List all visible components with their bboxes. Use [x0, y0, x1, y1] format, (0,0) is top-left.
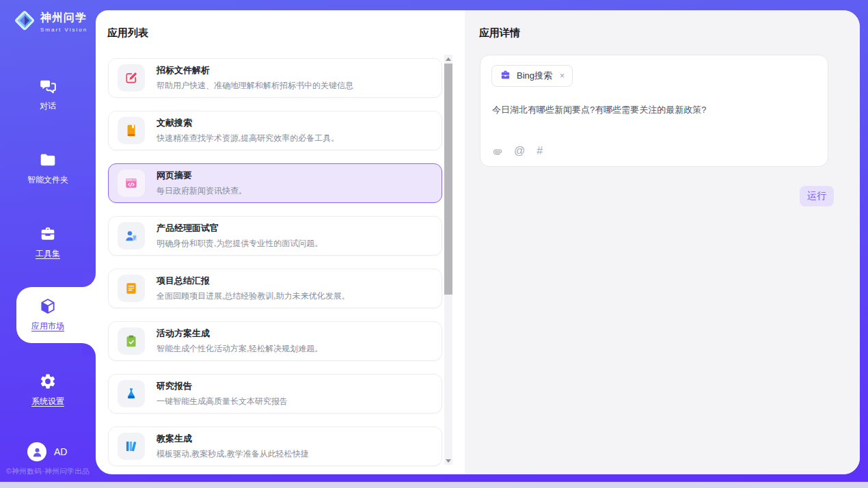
- app-card-0[interactable]: 招标文件解析帮助用户快速、准确地理解和解析招标书中的关键信息: [108, 58, 442, 98]
- sidebar: 神州问学 Smart Vision 对话智能文件夹工具集应用市场系统设置 AD …: [0, 0, 96, 482]
- app-card-description: 一键智能生成高质量长文本研究报告: [157, 396, 288, 407]
- sidebar-item-0[interactable]: 对话: [0, 68, 96, 112]
- user-name: AD: [54, 446, 67, 457]
- composer-toolbar: @#: [492, 145, 543, 157]
- sidebar-item-label: 工具集: [36, 248, 60, 260]
- sidebar-item-label: 对话: [40, 100, 56, 112]
- app-card-description: 智能生成个性化活动方案,轻松解决规划难题。: [157, 343, 323, 355]
- scrollbar-thumb[interactable]: [444, 64, 452, 295]
- user-avatar-icon: [27, 442, 46, 461]
- mention-icon[interactable]: @: [514, 145, 525, 157]
- app-card-1[interactable]: 文献搜索快速精准查找学术资源,提高研究效率的必备工具。: [108, 111, 442, 150]
- app-card-description: 明确身份和职责,为您提供专业性的面试问题。: [157, 238, 323, 249]
- scrollbar[interactable]: [444, 55, 452, 465]
- hash-icon[interactable]: #: [537, 145, 543, 157]
- briefcase-icon: [500, 69, 511, 83]
- app-card-7[interactable]: 教案生成模板驱动,教案秒成,教学准备从此轻松快捷: [108, 426, 442, 466]
- diamond-logo-icon: [12, 8, 37, 36]
- app-card-description: 帮助用户快速、准确地理解和解析招标书中的关键信息: [157, 80, 353, 92]
- app-detail-panel: 应用详情 Bing搜索 × 今日湖北有哪些新闻要点?有哪些需要关注的最新政策? …: [465, 10, 860, 474]
- app-list-panel: 应用列表 招标文件解析帮助用户快速、准确地理解和解析招标书中的关键信息文献搜索快…: [96, 10, 465, 474]
- tool-tag-label: Bing搜索: [517, 70, 552, 82]
- flask-icon: [118, 380, 145, 407]
- books-icon: [118, 433, 145, 460]
- main-content: 应用列表 招标文件解析帮助用户快速、准确地理解和解析招标书中的关键信息文献搜索快…: [96, 10, 860, 474]
- app-card-5[interactable]: 活动方案生成智能生成个性化活动方案,轻松解决规划难题。: [108, 321, 442, 361]
- app-card-title: 教案生成: [157, 433, 309, 445]
- user-row[interactable]: AD: [0, 442, 96, 461]
- app-card-description: 每日政府新闻资讯快查。: [157, 185, 247, 197]
- run-button[interactable]: 运行: [800, 186, 834, 206]
- brand-name: 神州问学: [40, 11, 87, 25]
- app-card-description: 快速精准查找学术资源,提高研究效率的必备工具。: [157, 133, 339, 144]
- app-frame: 神州问学 Smart Vision 对话智能文件夹工具集应用市场系统设置 AD …: [0, 0, 868, 482]
- scroll-up-arrow-icon[interactable]: [444, 55, 452, 63]
- browser-code-icon: [118, 170, 145, 197]
- toolbox-icon: [39, 225, 57, 243]
- sidebar-item-2[interactable]: 工具集: [0, 216, 96, 260]
- attachment-icon[interactable]: [492, 146, 502, 157]
- cube-icon: [39, 297, 57, 315]
- sidebar-item-3[interactable]: 应用市场: [16, 287, 96, 343]
- active-item-bottom-curve: [82, 343, 96, 357]
- app-card-6[interactable]: 研究报告一键智能生成高质量长文本研究报告: [108, 374, 442, 414]
- interviewer-icon: [118, 222, 145, 249]
- sidebar-item-label: 智能文件夹: [27, 174, 68, 186]
- app-card-title: 网页摘要: [157, 170, 247, 182]
- app-card-description: 模板驱动,教案秒成,教学准备从此轻松快捷: [157, 448, 309, 460]
- active-item-top-curve: [82, 273, 96, 287]
- sidebar-item-4[interactable]: 系统设置: [0, 364, 96, 407]
- app-card-title: 研究报告: [157, 380, 288, 392]
- copyright-footer: ©神州数码·神州问学出品: [6, 467, 90, 476]
- brand: 神州问学 Smart Vision: [12, 8, 87, 36]
- tool-tag-bing-search[interactable]: Bing搜索 ×: [491, 65, 573, 87]
- chat-icon: [39, 77, 57, 95]
- app-card-2[interactable]: 网页摘要每日政府新闻资讯快查。: [108, 163, 442, 203]
- prompt-input[interactable]: 今日湖北有哪些新闻要点?有哪些需要关注的最新政策?: [492, 103, 815, 117]
- sidebar-item-1[interactable]: 智能文件夹: [0, 142, 96, 186]
- brand-subtitle: Smart Vision: [40, 27, 87, 33]
- sidebar-item-label: 系统设置: [31, 396, 64, 407]
- book-icon: [118, 117, 145, 144]
- app-card-3[interactable]: 产品经理面试官明确身份和职责,为您提供专业性的面试问题。: [108, 216, 442, 256]
- app-card-title: 文献搜索: [157, 117, 339, 129]
- gear-icon: [39, 372, 57, 390]
- scroll-down-arrow-icon[interactable]: [444, 457, 452, 465]
- app-card-title: 产品经理面试官: [157, 222, 323, 234]
- app-detail-title: 应用详情: [479, 27, 520, 40]
- app-card-title: 活动方案生成: [157, 327, 323, 340]
- edit-square-icon: [118, 64, 145, 92]
- tag-close-icon[interactable]: ×: [560, 71, 565, 81]
- app-card-title: 项目总结汇报: [157, 275, 350, 287]
- app-card-4[interactable]: 项目总结汇报全面回顾项目进展,总结经验教训,助力未来优化发展。: [108, 269, 442, 308]
- app-list-title: 应用列表: [107, 27, 148, 40]
- app-card-title: 招标文件解析: [157, 64, 353, 77]
- sidebar-item-label: 应用市场: [31, 321, 64, 332]
- memo-icon: [118, 275, 145, 302]
- folder-icon: [39, 151, 57, 169]
- prompt-card: Bing搜索 × 今日湖北有哪些新闻要点?有哪些需要关注的最新政策? @#: [480, 55, 828, 167]
- clipboard-check-icon: [118, 327, 145, 355]
- app-card-description: 全面回顾项目进展,总结经验教训,助力未来优化发展。: [157, 290, 350, 302]
- app-card-list: 招标文件解析帮助用户快速、准确地理解和解析招标书中的关键信息文献搜索快速精准查找…: [108, 58, 442, 474]
